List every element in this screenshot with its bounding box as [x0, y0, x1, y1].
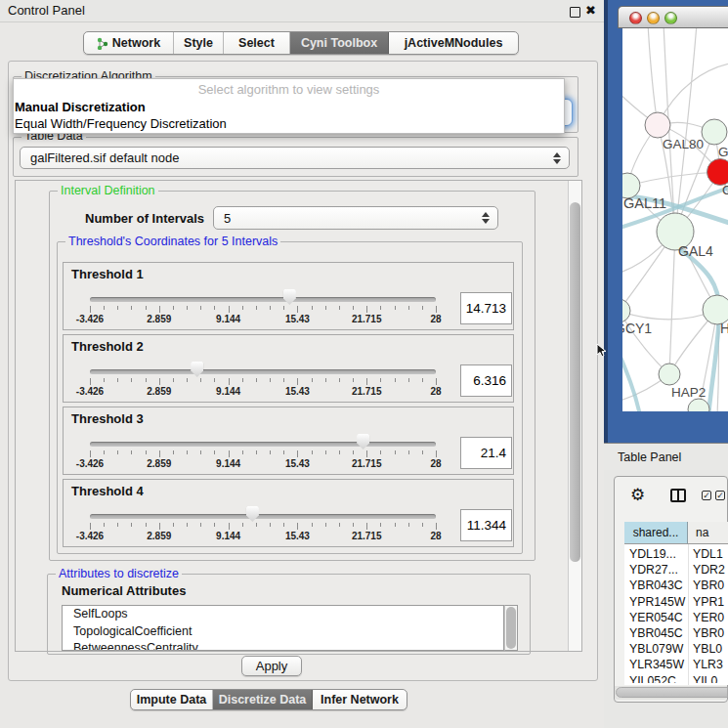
- cell-name: YER0: [693, 611, 728, 624]
- threshold-label: Threshold 2: [71, 339, 144, 354]
- threshold-value-field[interactable]: 6.316: [460, 364, 512, 397]
- table-data-value: galFiltered.sif default node: [30, 148, 179, 168]
- table-data-combo[interactable]: galFiltered.sif default node: [20, 147, 570, 169]
- network-canvas[interactable]: GAL80GACGAL11GAL4GCY1HHAP2: [622, 28, 728, 411]
- tab-cyni-toolbox[interactable]: Cyni Toolbox: [290, 32, 389, 54]
- slider-thumb[interactable]: [357, 434, 369, 450]
- table-row[interactable]: YDR27...YDR2: [624, 563, 728, 579]
- threshold-row: Threshold 3-3.4262.8599.14415.4321.71528…: [63, 407, 514, 475]
- mouse-cursor: [596, 343, 608, 359]
- network-node-green[interactable]: [659, 364, 680, 385]
- network-node-pink[interactable]: [645, 112, 670, 138]
- network-node-green[interactable]: [622, 299, 630, 322]
- threshold-value-field[interactable]: 11.344: [460, 509, 512, 541]
- tab-infer-network[interactable]: Infer Network: [313, 690, 407, 709]
- threshold-row: Threshold 4-3.4262.8599.14415.4321.71528…: [63, 479, 514, 547]
- slider-tick: [325, 450, 326, 454]
- slider-tick: [117, 450, 118, 454]
- cell-shared-name: YBL079W: [629, 642, 688, 656]
- slider-tick: [187, 450, 188, 454]
- slider-track[interactable]: [90, 369, 436, 374]
- network-edge[interactable]: [627, 172, 720, 186]
- threshold-value-field[interactable]: 21.4: [460, 437, 512, 469]
- slider-tick: [146, 450, 147, 454]
- horizontal-scrollbar-thumb[interactable]: [616, 687, 728, 698]
- cell-shared-name: YBR045C: [629, 626, 688, 640]
- tab-network[interactable]: Network: [84, 32, 174, 54]
- cell-name: YPR1: [693, 595, 728, 609]
- slider-thumb[interactable]: [283, 289, 296, 305]
- network-edge-highlighted[interactable]: [622, 343, 640, 411]
- table-row[interactable]: YPR145WYPR1: [624, 595, 728, 612]
- slider-tick-label: 2.859: [138, 314, 181, 324]
- slider-tick: [214, 523, 215, 527]
- slider-tick: [339, 306, 340, 310]
- close-traffic-light[interactable]: [629, 12, 642, 24]
- columns-icon[interactable]: [670, 489, 686, 502]
- tab-jactivemnodules[interactable]: jActiveMNodules: [389, 32, 518, 54]
- table-row[interactable]: YBR045CYBR0: [624, 626, 728, 643]
- threshold-value-field[interactable]: 14.713: [460, 292, 512, 324]
- checkbox-icon[interactable]: ✓: [715, 491, 725, 500]
- tab-style[interactable]: Style: [174, 32, 224, 54]
- table-row[interactable]: YDL19...YDL1: [624, 547, 728, 564]
- slider-tick: [339, 523, 340, 527]
- slider-tick: [283, 378, 284, 382]
- num-intervals-combo[interactable]: 5: [213, 206, 498, 230]
- slider-tick: [242, 378, 243, 382]
- vertical-scrollbar-thumb[interactable]: [570, 202, 580, 562]
- slider-track[interactable]: [90, 514, 436, 519]
- attribute-item[interactable]: BetweennessCentrality: [63, 640, 503, 651]
- network-node-red[interactable]: [707, 159, 728, 186]
- attributes-title: Attributes to discretize: [56, 567, 182, 580]
- slider-tick: [200, 306, 201, 310]
- tab-select[interactable]: Select: [224, 32, 290, 54]
- network-edge[interactable]: [648, 28, 658, 125]
- attributes-scrollbar-thumb[interactable]: [506, 607, 516, 649]
- interval-definition-title: Interval Definition: [58, 184, 158, 197]
- minimize-traffic-light[interactable]: [647, 12, 660, 24]
- slider-tick: [297, 306, 298, 313]
- numerical-attributes-list[interactable]: SelfLoopsTopologicalCoefficientBetweenne…: [62, 605, 504, 651]
- slider-thumb[interactable]: [191, 362, 203, 377]
- slider-tick: [270, 523, 271, 527]
- zoom-traffic-light[interactable]: [664, 12, 677, 24]
- apply-button[interactable]: Apply: [241, 656, 302, 676]
- algorithm-popup-options: Manual DiscretizationEqual Width/Frequen…: [14, 99, 564, 132]
- network-node-label: H: [720, 321, 728, 336]
- table-row[interactable]: YBL079WYBL0: [624, 642, 728, 659]
- gear-icon[interactable]: ⚙: [630, 485, 645, 505]
- attribute-item[interactable]: TopologicalCoefficient: [63, 623, 503, 641]
- table-row[interactable]: YER054CYER0: [624, 611, 728, 627]
- table-row[interactable]: YIL052CYIL0: [624, 674, 728, 683]
- table-row[interactable]: YBR043CYBR0: [624, 578, 728, 595]
- table-row[interactable]: YLR345WYLR3: [624, 658, 728, 674]
- slider-tick-label: 28: [414, 458, 457, 469]
- tab-discretize-data[interactable]: Discretize Data: [213, 690, 313, 709]
- network-edge[interactable]: [669, 232, 675, 374]
- tab-impute-data[interactable]: Impute Data: [131, 690, 213, 709]
- slider-track[interactable]: [90, 442, 436, 447]
- algorithm-option[interactable]: Equal Width/Frequency Discretization: [14, 115, 564, 132]
- slider-tick-label: 15.43: [276, 314, 319, 324]
- close-icon[interactable]: ✖: [585, 3, 596, 18]
- checkbox-icon[interactable]: ✓: [702, 491, 711, 500]
- cell-shared-name: YDR27...: [629, 563, 688, 577]
- network-node-green[interactable]: [702, 119, 727, 145]
- column-header-name[interactable]: na: [688, 522, 728, 544]
- float-window-icon[interactable]: [570, 7, 580, 18]
- slider-thumb[interactable]: [246, 506, 259, 522]
- slider-tick: [214, 306, 215, 310]
- slider-tick: [159, 450, 160, 457]
- window-title: Control Panel: [8, 3, 85, 18]
- slider-track[interactable]: [90, 297, 436, 302]
- attribute-item[interactable]: SelfLoops: [63, 606, 503, 623]
- column-header-shared[interactable]: shared...: [624, 522, 688, 544]
- network-window-titlebar[interactable]: [618, 6, 728, 28]
- network-node-green[interactable]: [688, 399, 709, 411]
- slider-tick: [283, 523, 284, 527]
- network-view-window: GAL80GACGAL11GAL4GCY1HHAP2: [604, 0, 728, 445]
- slider-tick: [436, 450, 437, 457]
- algorithm-option[interactable]: Manual Discretization: [14, 99, 564, 115]
- slider-tick: [131, 378, 132, 382]
